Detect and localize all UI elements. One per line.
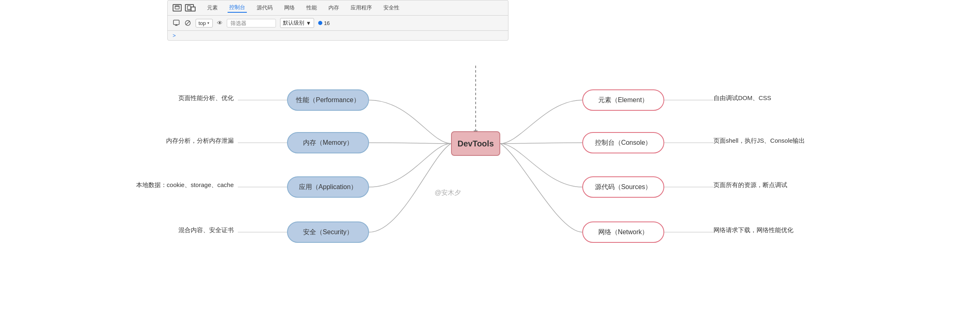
tab-sources[interactable]: 源代码	[255, 3, 274, 12]
tab-security[interactable]: 安全性	[382, 3, 401, 12]
sources-desc: 页面所有的资源，断点调试	[713, 181, 787, 189]
memory-node: 内存（Memory）	[287, 132, 369, 153]
tab-elements[interactable]: 元素	[205, 3, 219, 12]
error-count: 16	[324, 20, 330, 26]
inspect-icon[interactable]	[173, 4, 182, 11]
console-toolbar: top ▼ 👁 默认级别 ▼ 16	[168, 16, 508, 31]
memory-label: 内存（Memory）	[303, 139, 353, 147]
center-label: DevTools	[458, 139, 494, 148]
device-icon[interactable]	[185, 4, 194, 11]
level-label: 默认级别	[283, 19, 304, 27]
application-node: 应用（Application）	[287, 176, 369, 198]
tab-performance[interactable]: 性能	[305, 3, 319, 12]
filter-input[interactable]	[227, 19, 276, 27]
devtools-panel: 元素 控制台 源代码 网络 性能 内存 应用程序 安全性 top ▼ 👁	[167, 0, 508, 41]
eye-icon[interactable]: 👁	[217, 20, 223, 26]
context-label: top	[198, 20, 206, 26]
console-node: 控制台（Console）	[582, 132, 664, 153]
clear-icon[interactable]	[173, 19, 180, 27]
sources-node: 源代码（Sources）	[582, 176, 664, 198]
memory-desc: 内存分析，分析内存泄漏	[41, 137, 234, 145]
level-chevron-icon: ▼	[306, 20, 311, 26]
console-label: 控制台（Console）	[595, 139, 652, 147]
performance-label: 性能（Performance）	[296, 96, 360, 105]
performance-node: 性能（Performance）	[287, 89, 369, 111]
error-count-badge: 16	[318, 20, 330, 26]
mindmap-lines	[0, 0, 980, 315]
application-desc: 本地数据：cookie、storage、cache	[25, 181, 234, 189]
devtools-icon-group	[173, 4, 194, 11]
element-node: 元素（Element）	[582, 89, 664, 111]
performance-desc: 页面性能分析、优化	[41, 94, 234, 102]
svg-line-8	[186, 21, 190, 25]
center-node: DevTools	[451, 131, 500, 156]
tab-memory[interactable]: 内存	[327, 3, 341, 12]
log-level-selector[interactable]: 默认级别 ▼	[280, 18, 314, 28]
console-chevron[interactable]: >	[168, 31, 508, 40]
security-desc: 混合内容、安全证书	[66, 226, 234, 234]
context-selector[interactable]: top ▼	[196, 19, 213, 27]
tab-console[interactable]: 控制台	[228, 3, 247, 13]
application-label: 应用（Application）	[299, 183, 357, 192]
chevron-down-icon: ▼	[207, 21, 210, 25]
network-node: 网络（Network）	[582, 221, 664, 243]
network-label: 网络（Network）	[598, 228, 649, 237]
network-desc: 网络请求下载，网络性能优化	[713, 226, 793, 234]
badge-dot-icon	[318, 21, 322, 25]
element-desc: 自由调试DOM、CSS	[713, 94, 771, 102]
svg-rect-4	[173, 20, 179, 25]
console-desc: 页面shell，执行JS、Console输出	[713, 137, 805, 145]
tab-network[interactable]: 网络	[283, 3, 296, 12]
sources-label: 源代码（Sources）	[595, 183, 652, 192]
element-label: 元素（Element）	[598, 96, 649, 105]
watermark: @安木夕	[435, 189, 461, 197]
tab-application[interactable]: 应用程序	[349, 3, 374, 12]
svg-rect-0	[175, 6, 179, 9]
security-label: 安全（Security）	[303, 228, 353, 237]
block-icon[interactable]	[184, 19, 191, 27]
security-node: 安全（Security）	[287, 221, 369, 243]
devtools-tab-row: 元素 控制台 源代码 网络 性能 内存 应用程序 安全性	[168, 0, 508, 16]
